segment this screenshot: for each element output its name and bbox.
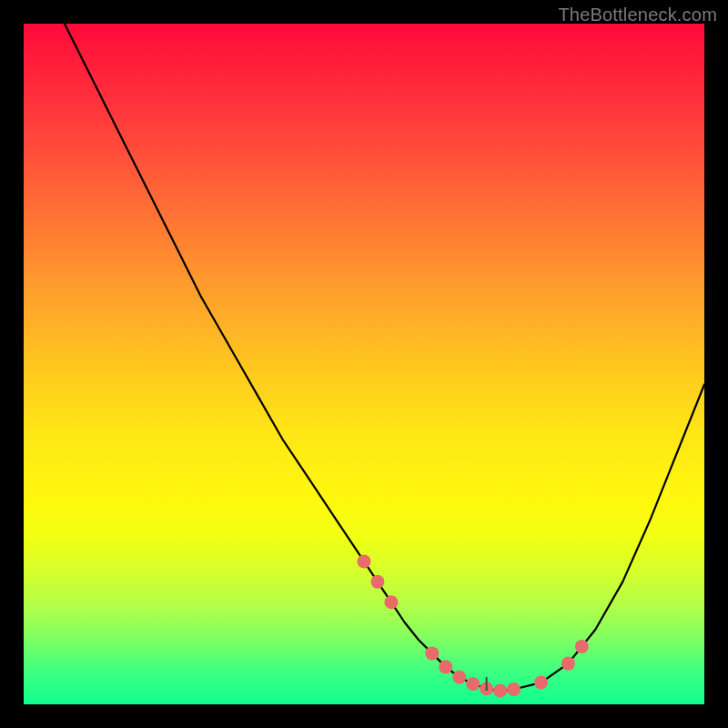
marker-dot [425, 646, 439, 660]
marker-dot [575, 640, 589, 653]
marker-dot [358, 554, 371, 568]
marker-dot [439, 660, 452, 673]
highlight-markers [358, 554, 589, 697]
bottleneck-curve [65, 24, 704, 691]
marker-dot [561, 657, 575, 671]
watermark-text: TheBottleneck.com [558, 5, 717, 25]
marker-dot [370, 575, 384, 589]
plot-area [24, 24, 704, 704]
marker-dot [466, 677, 480, 691]
marker-dot [534, 676, 548, 690]
marker-dot [493, 684, 507, 698]
chart-frame: TheBottleneck.com [0, 0, 728, 728]
marker-dot [452, 671, 466, 684]
marker-dot [507, 682, 521, 696]
marker-dot [384, 595, 398, 609]
chart-svg [24, 24, 704, 704]
